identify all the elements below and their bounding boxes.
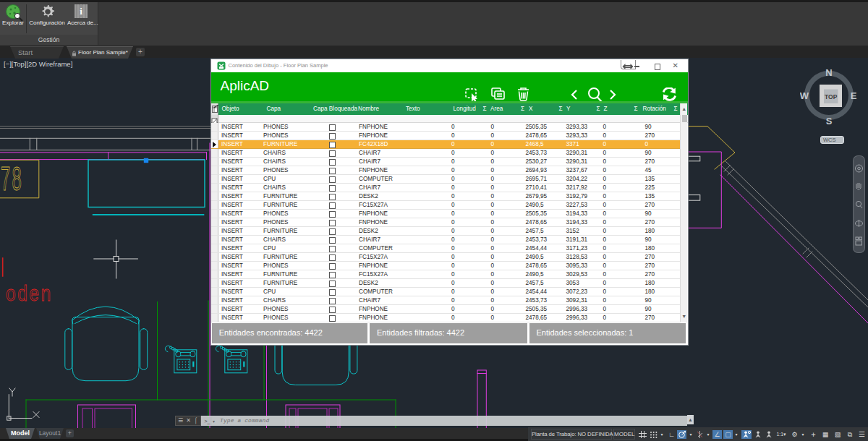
svg-text:E: E (851, 90, 857, 101)
svg-text:S: S (826, 116, 833, 127)
svg-text:W: W (800, 90, 809, 101)
svg-text:N: N (825, 67, 832, 78)
svg-text:TOP: TOP (825, 93, 838, 100)
